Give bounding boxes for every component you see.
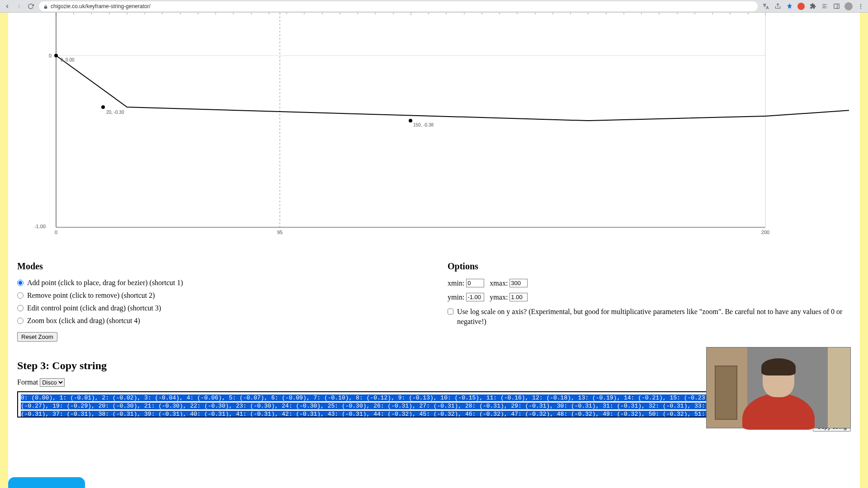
svg-rect-0 (834, 4, 839, 9)
y-zero-tick: 0 (49, 53, 52, 58)
point-label-0: 0, 0.00 (61, 57, 75, 62)
svg-point-2 (860, 5, 861, 6)
chart-svg[interactable]: 0 0, 0.00 20, -0.30 150, -0.38 -1.00 0 9… (17, 13, 849, 234)
webcam-bg-left (707, 347, 747, 428)
browser-toolbar: chigozie.co.uk/keyframe-string-generator… (0, 0, 868, 13)
x-max-label: 200 (761, 230, 769, 234)
mode-remove-label: Remove point (click to remove) (shortcut… (27, 291, 155, 300)
bookmark-star-icon[interactable] (786, 3, 793, 10)
ymax-input[interactable] (509, 293, 528, 301)
webcam-overlay (706, 347, 851, 428)
options-heading: Options (448, 261, 851, 272)
back-button[interactable] (4, 3, 11, 10)
log-scale-row[interactable]: Use log scale on y axis? (Experimental, … (448, 307, 851, 327)
svg-point-3 (860, 7, 861, 8)
x-cursor-label: 95 (277, 230, 283, 234)
keyframe-chart[interactable]: 0 0, 0.00 20, -0.30 150, -0.38 -1.00 0 9… (17, 13, 851, 234)
mode-zoom-radio[interactable] (17, 318, 24, 324)
address-bar[interactable]: chigozie.co.uk/keyframe-string-generator… (39, 1, 758, 11)
extension-area (762, 2, 864, 10)
svg-point-51 (101, 105, 105, 109)
reload-button[interactable] (27, 3, 34, 10)
format-select[interactable]: Disco (40, 378, 65, 387)
mode-edit-control[interactable]: Edit control point (click and drag) (sho… (17, 304, 420, 312)
xmin-input[interactable] (466, 279, 484, 287)
panel-icon[interactable] (833, 3, 840, 10)
menu-dots-icon[interactable] (857, 3, 864, 10)
options-panel: Options xmin: xmax: ymin: ymax: (448, 261, 851, 342)
webcam-person (747, 358, 810, 426)
share-icon[interactable] (774, 3, 781, 10)
modes-heading: Modes (17, 261, 420, 272)
point-label-2: 150, -0.38 (413, 122, 434, 127)
translate-icon[interactable] (762, 3, 769, 10)
ymin-label: ymin: (448, 293, 464, 301)
mode-remove-radio[interactable] (17, 292, 24, 299)
xmin-label: xmin: (448, 279, 464, 287)
log-scale-label: Use log scale on y axis? (Experimental, … (457, 307, 851, 327)
mode-zoom-label: Zoom box (click and drag) (shortcut 4) (27, 317, 140, 325)
extensions-puzzle-icon[interactable] (809, 3, 816, 10)
modes-panel: Modes Add point (click to place, drag fo… (17, 261, 420, 342)
log-scale-checkbox[interactable] (448, 309, 453, 314)
lock-icon (43, 4, 48, 9)
svg-point-50 (54, 54, 58, 57)
page-border-left (0, 13, 8, 488)
point-label-1: 20, -0.30 (106, 110, 124, 115)
mode-edit-label: Edit control point (click and drag) (sho… (27, 304, 161, 312)
mode-add-point[interactable]: Add point (click to place, drag for bezi… (17, 279, 420, 287)
webcam-bg-right (828, 347, 850, 428)
y-min-label: -1.00 (34, 224, 46, 229)
mode-edit-radio[interactable] (17, 305, 24, 311)
svg-point-1 (860, 4, 861, 5)
reading-list-icon[interactable] (821, 3, 828, 10)
support-widget[interactable] (8, 477, 85, 488)
xmax-label: xmax: (490, 279, 508, 287)
ymax-label: ymax: (490, 293, 508, 301)
format-label: Format (17, 378, 38, 386)
xmax-input[interactable] (509, 279, 528, 287)
forward-button[interactable] (15, 3, 23, 10)
mode-add-radio[interactable] (17, 280, 24, 286)
profile-avatar[interactable] (844, 2, 853, 10)
reset-zoom-button[interactable]: Reset Zoom (17, 332, 57, 342)
extension-red-icon[interactable] (797, 3, 805, 10)
x-min-label: 0 (55, 230, 57, 234)
mode-zoom-box[interactable]: Zoom box (click and drag) (shortcut 4) (17, 317, 420, 325)
webcam-door (715, 366, 737, 420)
page-border-right (860, 13, 868, 488)
mode-add-label: Add point (click to place, drag for bezi… (27, 279, 183, 287)
url-text: chigozie.co.uk/keyframe-string-generator… (51, 3, 151, 9)
svg-point-52 (409, 119, 412, 122)
mode-remove-point[interactable]: Remove point (click to remove) (shortcut… (17, 291, 420, 300)
ymin-input[interactable] (466, 293, 484, 301)
